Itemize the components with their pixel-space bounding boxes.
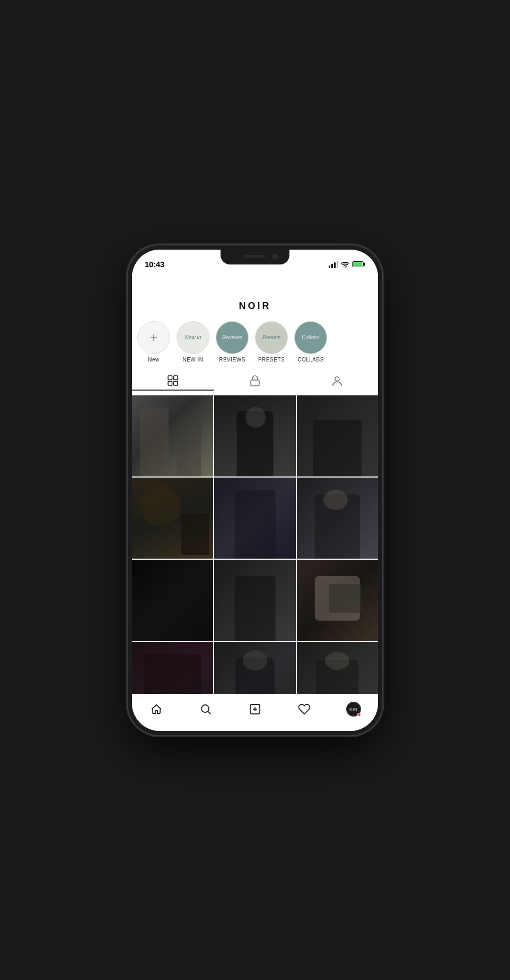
story-item-new-in[interactable]: New In NEW IN — [177, 321, 209, 363]
svg-rect-1 — [168, 376, 172, 380]
nav-heart[interactable] — [293, 698, 316, 721]
signal-icon — [329, 261, 339, 268]
story-label-new-in: NEW IN — [182, 357, 203, 363]
story-item-collabs[interactable]: Collabs COLLABS — [294, 321, 327, 363]
svg-rect-4 — [174, 381, 178, 385]
app-title: NOIR — [132, 296, 378, 318]
home-icon — [150, 703, 163, 716]
bottom-nav: KIN — [132, 694, 378, 731]
story-text-collabs: Collabs — [300, 334, 321, 341]
grid-cell-8[interactable] — [214, 560, 295, 641]
svg-rect-2 — [174, 376, 178, 380]
profile-avatar[interactable]: KIN — [346, 702, 361, 717]
story-circle-new[interactable]: + — [137, 321, 170, 354]
story-item-presets[interactable]: Presets PRESETS — [255, 321, 288, 363]
nav-home[interactable] — [145, 698, 168, 721]
grid-cell-4[interactable] — [132, 478, 213, 559]
story-text-presets: Presets — [260, 334, 283, 341]
wifi-icon — [341, 261, 349, 268]
grid-cell-6[interactable] — [297, 478, 378, 559]
speaker — [244, 255, 266, 258]
story-item-new[interactable]: + New — [137, 321, 170, 363]
grid-cell-9[interactable] — [297, 560, 378, 641]
svg-point-7 — [201, 705, 209, 712]
avatar-initials: KIN — [349, 707, 357, 712]
story-text-new-in: New In — [182, 334, 203, 341]
story-circle-reviews[interactable]: Reviews — [216, 321, 249, 354]
header-section: NOIR + New New In — [132, 273, 378, 395]
phone-wrapper: 10:43 — [128, 245, 382, 735]
status-icons — [329, 261, 366, 268]
nav-profile[interactable]: KIN — [342, 698, 365, 721]
heart-icon — [298, 703, 311, 716]
svg-point-6 — [335, 377, 339, 381]
nav-add[interactable] — [243, 698, 267, 721]
grid-cell-3[interactable] — [297, 395, 378, 476]
story-circle-collabs[interactable]: Collabs — [294, 321, 327, 354]
story-label-presets: PRESETS — [258, 357, 285, 363]
grid-icon — [167, 375, 179, 386]
camera — [272, 254, 278, 259]
story-circle-presets[interactable]: Presets — [255, 321, 288, 354]
person-icon — [331, 375, 343, 387]
profile-tabs — [132, 367, 378, 395]
story-label-collabs: COLLABS — [297, 357, 324, 363]
svg-rect-5 — [251, 380, 259, 386]
grid-cell-5[interactable] — [214, 478, 295, 559]
svg-point-0 — [345, 267, 346, 268]
story-label-new: New — [148, 357, 160, 363]
grid-cell-7[interactable] — [132, 560, 213, 641]
stories-row: + New New In NEW IN Review — [132, 318, 378, 367]
story-circle-new-in[interactable]: New In — [177, 321, 209, 354]
grid-cell-1[interactable] — [132, 395, 213, 476]
story-item-reviews[interactable]: Reviews REVIEWS — [216, 321, 249, 363]
svg-rect-3 — [168, 381, 172, 385]
nav-search[interactable] — [194, 698, 217, 721]
tab-shop[interactable] — [214, 372, 296, 391]
story-label-reviews: REVIEWS — [219, 357, 245, 363]
tab-person[interactable] — [296, 372, 378, 391]
app-content: 10:43 — [132, 250, 378, 731]
story-text-reviews: Reviews — [220, 334, 244, 341]
phone-screen: 10:43 — [132, 250, 378, 731]
search-icon — [199, 703, 212, 716]
battery-icon — [352, 261, 365, 267]
plus-icon: + — [150, 331, 157, 344]
photo-grid — [132, 395, 378, 731]
notification-dot — [357, 713, 361, 717]
status-time: 10:43 — [145, 260, 164, 269]
phone-shell: 10:43 — [128, 245, 382, 735]
shop-icon — [249, 375, 261, 387]
grid-cell-2[interactable] — [214, 395, 295, 476]
notch — [221, 250, 289, 264]
add-icon — [249, 703, 261, 716]
tab-grid[interactable] — [132, 372, 214, 391]
